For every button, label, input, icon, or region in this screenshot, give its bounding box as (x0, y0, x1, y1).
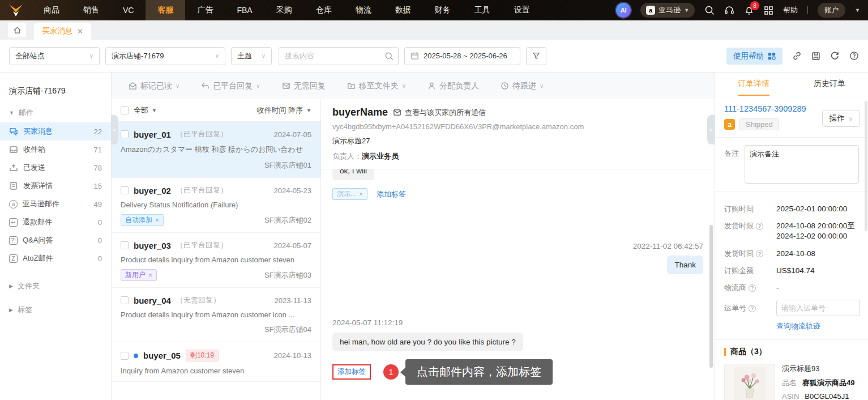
tab-order-details[interactable]: 订单详情 (738, 73, 769, 96)
platform-replied-button[interactable]: 已平台回复 ∨ (201, 81, 260, 91)
home-button[interactable] (8, 23, 26, 37)
nav-item-purchasing[interactable]: 采购 (264, 0, 304, 20)
copy-link-icon[interactable] (792, 51, 802, 61)
sidebar-item-qa[interactable]: ?! Q&A问答 0 (0, 231, 111, 249)
subject-select[interactable]: 主题 ∨ (231, 47, 272, 65)
nav-item-fba[interactable]: FBA (225, 0, 264, 20)
mail-tag[interactable]: 新用户× (121, 269, 157, 281)
message-bubble[interactable]: Thank (667, 256, 703, 274)
sidebar-item-atoz[interactable]: Z AtoZ邮件 0 (0, 249, 111, 267)
product-asin-link[interactable]: B0CGL045J1 (805, 392, 849, 400)
list-item[interactable]: buyer_05 剩10:19 2024-10-13 Inquiry from … (112, 342, 320, 382)
remove-tag-icon[interactable]: × (155, 216, 159, 224)
nav-item-warehouse[interactable]: 仓库 (304, 0, 344, 20)
tab-buyer-messages[interactable]: 买家消息 ✕ (34, 23, 91, 40)
mail-group-toggle[interactable]: ▼ 邮件 (0, 99, 111, 122)
help-circle-icon[interactable] (849, 51, 859, 61)
sidebar-item-refund-mail[interactable]: ↩ 退款邮件 0 (0, 213, 111, 231)
collapse-list-handle[interactable]: < (111, 115, 118, 144)
search-input[interactable] (285, 52, 384, 60)
remove-tag-icon[interactable]: × (148, 271, 152, 279)
reply-status: （已平台回复） (176, 240, 228, 250)
remove-tag-icon[interactable]: × (359, 190, 363, 198)
nav-item-data[interactable]: 数据 (383, 0, 423, 20)
message-bubble[interactable]: ok, I will (332, 169, 374, 180)
select-all-dropdown[interactable]: 全部 ▼ (134, 105, 157, 116)
mark-read-button[interactable]: 标记已读 ∨ (129, 81, 179, 91)
sort-dropdown[interactable]: 收件时间 降序 ▼ (256, 105, 311, 116)
collapse-panel-handle[interactable]: > (707, 115, 715, 144)
mail-tag[interactable]: 演示...× (332, 188, 367, 200)
shop-select[interactable]: 演示店铺-71679 ∨ (105, 47, 225, 65)
advanced-filter-button[interactable] (526, 47, 546, 65)
account-button[interactable]: 账户 (818, 3, 845, 18)
nav-item-sales[interactable]: 销售 (71, 0, 111, 20)
help-circle-icon[interactable]: ? (756, 223, 763, 230)
nav-item-products[interactable]: 商品 (32, 0, 71, 20)
search-icon[interactable] (384, 52, 394, 61)
row-checkbox[interactable] (121, 296, 129, 304)
row-checkbox[interactable] (121, 130, 129, 138)
marketplace-switcher[interactable]: a 亚马逊 ▼ (640, 3, 695, 18)
message-bubble[interactable]: hei man, how old are you ? do you like t… (332, 333, 523, 351)
close-icon[interactable]: ✕ (77, 27, 83, 36)
list-item[interactable]: buyer_02 （已平台回复） 2024-05-23 Delivery Sta… (112, 178, 320, 233)
order-actions-button[interactable]: 操作 ∨ (822, 110, 860, 127)
help-circle-icon[interactable]: ? (749, 305, 756, 312)
assign-owner-button[interactable]: 分配负责人 (427, 81, 479, 91)
search-icon[interactable] (704, 5, 715, 15)
mail-tag[interactable]: 自动添加× (121, 214, 164, 226)
app-logo-icon[interactable] (0, 0, 32, 20)
chat-body[interactable]: ok, I will 演示...× 添加标签 2022-11-02 06:42:… (321, 169, 715, 400)
add-tag-link-highlighted[interactable]: 添加标签 (332, 364, 371, 380)
nav-item-logistics[interactable]: 物流 (344, 0, 383, 20)
row-checkbox[interactable] (121, 352, 129, 360)
nav-item-ads[interactable]: 广告 (185, 0, 225, 20)
row-checkbox[interactable] (121, 241, 129, 249)
notifications-bell-icon[interactable]: 8 (744, 5, 754, 15)
nav-item-tools[interactable]: 工具 (463, 0, 502, 20)
support-headset-icon[interactable] (724, 5, 734, 15)
row-checkbox[interactable] (121, 186, 129, 194)
tags-group-toggle[interactable]: ▶ 标签 (0, 296, 111, 320)
move-to-folder-button[interactable]: 移至文件夹 ∨ (347, 81, 406, 91)
no-reply-needed-button[interactable]: 无需回复 (282, 81, 326, 91)
track-logistics-link[interactable]: 查询物流轨迹 (776, 321, 859, 331)
sidebar-item-sent[interactable]: 已发送 78 (0, 159, 111, 177)
nav-item-customer-service[interactable]: 客服 (146, 0, 185, 20)
refresh-icon[interactable] (830, 51, 840, 61)
list-item[interactable]: buyer_01 （已平台回复） 2024-07-05 Amazonのカスタマー… (112, 122, 320, 178)
sidebar-item-inbox[interactable]: 收件箱 71 (0, 141, 111, 159)
follow-up-button[interactable]: 待跟进 ∨ (501, 81, 544, 91)
product-image[interactable] (724, 364, 775, 400)
date-range-picker[interactable]: 2025-05-28 ~ 2025-06-26 (404, 47, 520, 65)
nav-item-finance[interactable]: 财务 (423, 0, 463, 20)
usage-help-button[interactable]: 使用帮助 (726, 48, 783, 65)
scrollbar-thumb[interactable] (709, 225, 713, 368)
save-view-icon[interactable] (811, 52, 820, 61)
list-item[interactable]: buery_04 （无需回复） 2023-11-13 Product detai… (112, 288, 320, 342)
list-scroll-area[interactable]: buyer_01 （已平台回复） 2024-07-05 Amazonのカスタマー… (112, 122, 320, 400)
site-select[interactable]: 全部站点 ∨ (9, 47, 100, 65)
waybill-input[interactable] (776, 300, 860, 316)
list-item[interactable]: buyer_03 （已平台回复） 2024-05-07 Product deta… (112, 233, 320, 288)
nav-item-vc[interactable]: VC (111, 0, 146, 20)
help-circle-icon[interactable]: ? (756, 250, 763, 257)
scrollbar-thumb[interactable] (865, 101, 867, 231)
add-tag-link[interactable]: 添加标签 (377, 189, 406, 199)
sidebar-item-buyer-messages[interactable]: 买家消息 22 (0, 122, 111, 141)
sidebar-item-amazon-mail[interactable]: a 亚马逊邮件 49 (0, 195, 111, 213)
folders-group-toggle[interactable]: ▶ 文件夹 (0, 272, 111, 296)
ai-assistant-button[interactable]: AI (616, 3, 631, 18)
tab-order-history[interactable]: 历史订单 (814, 73, 845, 96)
help-link[interactable]: 帮助 (783, 5, 798, 15)
apps-grid-icon[interactable] (764, 6, 773, 15)
select-all-checkbox[interactable] (121, 107, 129, 114)
nav-item-settings[interactable]: 设置 (502, 0, 542, 20)
field-label: 发货时限 (724, 221, 754, 231)
order-note-textarea[interactable]: 演示备注 (745, 145, 859, 184)
help-circle-icon[interactable]: ? (749, 284, 756, 292)
sidebar-item-invoice[interactable]: 发票详情 15 (0, 177, 111, 195)
view-all-messages-link[interactable]: 查看与该买家的所有通信 (393, 108, 486, 118)
caret-down-icon[interactable]: ▼ (855, 7, 860, 13)
